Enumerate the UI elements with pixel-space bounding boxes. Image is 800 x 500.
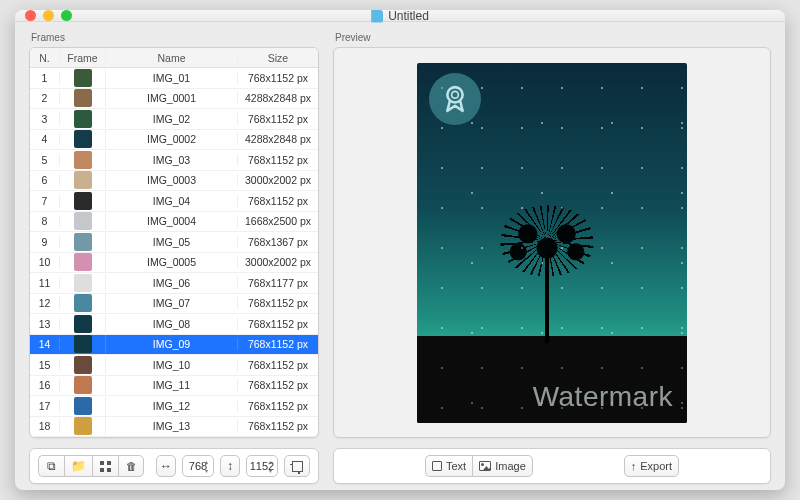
grid-view-button[interactable]: [92, 455, 118, 477]
export-button[interactable]: Export: [624, 455, 679, 477]
cell-thumb: [60, 110, 106, 128]
preview-image[interactable]: Watermark: [417, 63, 687, 423]
col-size[interactable]: Size: [238, 52, 318, 64]
cell-thumb: [60, 356, 106, 374]
width-field[interactable]: 768 ▴▾: [182, 455, 214, 477]
col-name[interactable]: Name: [106, 52, 238, 64]
folder-icon: 📁: [71, 460, 86, 472]
width-stepper[interactable]: ▴▾: [200, 457, 212, 475]
cell-num: 4: [30, 133, 60, 145]
watermark-text[interactable]: Watermark: [533, 381, 673, 413]
table-row[interactable]: 8IMG_00041668x2500 px: [30, 212, 318, 233]
close-icon[interactable]: [25, 10, 36, 21]
table-row[interactable]: 10IMG_00053000x2002 px: [30, 253, 318, 274]
thumbnail: [74, 294, 92, 312]
cell-name: IMG_04: [106, 195, 238, 207]
cell-thumb: [60, 315, 106, 333]
cell-thumb: [60, 417, 106, 435]
table-row[interactable]: 1IMG_01768x1152 px: [30, 68, 318, 89]
cell-size: 768x1152 px: [238, 359, 318, 371]
table-row[interactable]: 15IMG_10768x1152 px: [30, 355, 318, 376]
table-row[interactable]: 11IMG_06768x1177 px: [30, 273, 318, 294]
table-row[interactable]: 5IMG_03768x1152 px: [30, 150, 318, 171]
table-row[interactable]: 4IMG_00024288x2848 px: [30, 130, 318, 151]
delete-button[interactable]: [118, 455, 144, 477]
table-row[interactable]: 6IMG_00033000x2002 px: [30, 171, 318, 192]
table-row[interactable]: 18IMG_13768x1152 px: [30, 417, 318, 438]
cell-name: IMG_10: [106, 359, 238, 371]
text-icon: [432, 461, 442, 471]
table-row[interactable]: 13IMG_08768x1152 px: [30, 314, 318, 335]
cell-name: IMG_12: [106, 400, 238, 412]
table-row[interactable]: 16IMG_11768x1152 px: [30, 376, 318, 397]
cell-thumb: [60, 192, 106, 210]
height-stepper[interactable]: ▴▾: [264, 457, 276, 475]
cell-num: 7: [30, 195, 60, 207]
thumbnail: [74, 151, 92, 169]
thumbnail: [74, 253, 92, 271]
cell-num: 6: [30, 174, 60, 186]
maximize-icon[interactable]: [61, 10, 72, 21]
thumbnail: [74, 192, 92, 210]
watermark-badge[interactable]: [429, 73, 481, 125]
cell-thumb: [60, 335, 106, 353]
cell-size: 768x1367 px: [238, 236, 318, 248]
cell-size: 768x1152 px: [238, 297, 318, 309]
cell-num: 10: [30, 256, 60, 268]
text-button-label: Text: [446, 460, 466, 472]
cell-name: IMG_0002: [106, 133, 238, 145]
duplicate-button[interactable]: [38, 455, 64, 477]
image-icon: [479, 461, 491, 471]
thumbnail: [74, 397, 92, 415]
cell-name: IMG_13: [106, 420, 238, 432]
thumbnail: [74, 89, 92, 107]
table-row[interactable]: 3IMG_02768x1152 px: [30, 109, 318, 130]
table-row[interactable]: 14IMG_09768x1152 px: [30, 335, 318, 356]
height-lock-button[interactable]: [220, 455, 240, 477]
content-area: Frames N. Frame Name Size 1IMG_01768x115…: [15, 22, 785, 490]
col-frame[interactable]: Frame: [60, 52, 106, 64]
thumbnail: [74, 315, 92, 333]
cell-num: 3: [30, 113, 60, 125]
cell-name: IMG_08: [106, 318, 238, 330]
table-body[interactable]: 1IMG_01768x1152 px2IMG_00014288x2848 px3…: [30, 68, 318, 437]
cell-thumb: [60, 69, 106, 87]
cell-num: 18: [30, 420, 60, 432]
cell-size: 768x1152 px: [238, 400, 318, 412]
minimize-icon[interactable]: [43, 10, 54, 21]
cell-num: 11: [30, 277, 60, 289]
cell-thumb: [60, 233, 106, 251]
thumbnail: [74, 233, 92, 251]
width-lock-button[interactable]: [156, 455, 176, 477]
frames-label: Frames: [29, 32, 319, 43]
document-icon: [371, 10, 383, 23]
open-folder-button[interactable]: 📁: [64, 455, 92, 477]
table-row[interactable]: 9IMG_05768x1367 px: [30, 232, 318, 253]
export-button-label: Export: [640, 460, 672, 472]
table-row[interactable]: 17IMG_12768x1152 px: [30, 396, 318, 417]
crop-button[interactable]: [284, 455, 310, 477]
cell-size: 768x1152 px: [238, 113, 318, 125]
cell-name: IMG_0004: [106, 215, 238, 227]
image-watermark-button[interactable]: Image: [472, 455, 533, 477]
height-field[interactable]: 1152 ▴▾: [246, 455, 278, 477]
window-title: Untitled: [15, 10, 785, 23]
thumbnail: [74, 356, 92, 374]
cell-thumb: [60, 89, 106, 107]
cell-num: 12: [30, 297, 60, 309]
text-watermark-button[interactable]: Text: [425, 455, 472, 477]
table-row[interactable]: 7IMG_04768x1152 px: [30, 191, 318, 212]
v-arrow-icon: [227, 460, 233, 472]
cell-size: 4288x2848 px: [238, 92, 318, 104]
cell-size: 768x1177 px: [238, 277, 318, 289]
table-row[interactable]: 12IMG_07768x1152 px: [30, 294, 318, 315]
export-icon: [631, 460, 637, 472]
cell-name: IMG_0003: [106, 174, 238, 186]
cell-num: 9: [30, 236, 60, 248]
cell-name: IMG_11: [106, 379, 238, 391]
col-num[interactable]: N.: [30, 52, 60, 64]
table-row[interactable]: 2IMG_00014288x2848 px: [30, 89, 318, 110]
cell-name: IMG_07: [106, 297, 238, 309]
cell-name: IMG_0005: [106, 256, 238, 268]
image-button-label: Image: [495, 460, 526, 472]
